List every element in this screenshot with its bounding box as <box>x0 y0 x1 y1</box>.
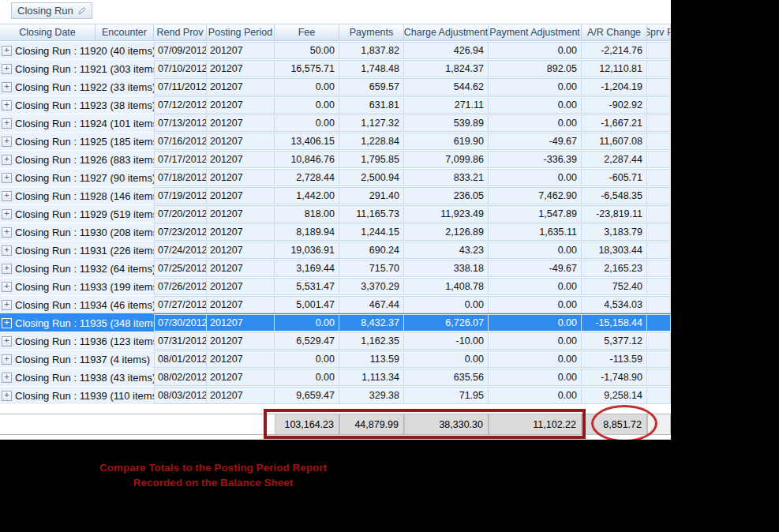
table-row[interactable]: +Closing Run : 11939 (110 items)08/03/20… <box>0 386 671 404</box>
cell-payments[interactable]: 3,370.29 <box>339 278 404 295</box>
cell-charge-adjustment[interactable]: 2,126.89 <box>404 223 489 241</box>
cell-posting-period[interactable]: 201207 <box>207 169 275 186</box>
cell-sprv[interactable] <box>647 151 671 168</box>
column-header-fee[interactable]: Fee <box>275 24 339 40</box>
cell-charge-adjustment[interactable]: 1,824.37 <box>404 60 489 77</box>
cell-ar-change[interactable]: 18,303.44 <box>582 242 647 259</box>
cell-fee[interactable]: 5,001.47 <box>275 296 339 313</box>
cell-payments[interactable]: 2,500.94 <box>339 169 404 186</box>
cell-fee[interactable]: 0.00 <box>275 78 339 96</box>
cell-posting-period[interactable]: 201207 <box>207 133 275 150</box>
expand-plus-icon[interactable]: + <box>2 173 12 183</box>
tree-cell[interactable]: +Closing Run : 11930 (208 items) <box>0 223 154 241</box>
tree-cell[interactable]: +Closing Run : 11928 (146 items) <box>0 187 154 204</box>
cell-ar-change[interactable]: 2,287.44 <box>582 151 647 168</box>
cell-payments[interactable]: 1,244.15 <box>339 223 404 241</box>
cell-payment-adjustment[interactable]: 1,547.89 <box>489 205 582 223</box>
cell-charge-adjustment[interactable]: 11,923.49 <box>404 205 489 223</box>
cell-ar-change[interactable]: 9,258.14 <box>582 387 647 404</box>
table-row[interactable]: +Closing Run : 11932 (64 items)07/25/201… <box>0 259 671 277</box>
expand-plus-icon[interactable]: + <box>2 282 12 292</box>
cell-ar-change[interactable]: 11,607.08 <box>582 133 647 150</box>
cell-ar-change[interactable]: 4,534.03 <box>582 296 647 313</box>
cell-payment-adjustment[interactable]: 0.00 <box>489 169 582 186</box>
tree-cell[interactable]: +Closing Run : 11935 (348 items) <box>0 314 154 332</box>
cell-sprv[interactable] <box>647 278 671 295</box>
cell-ar-change[interactable]: -1,748.90 <box>582 369 647 386</box>
cell-payment-adjustment[interactable]: 0.00 <box>489 296 582 313</box>
table-row[interactable]: +Closing Run : 11928 (146 items)07/19/20… <box>0 186 671 204</box>
tab-closing-run[interactable]: Closing Run <box>11 2 92 19</box>
cell-posting-period[interactable]: 201207 <box>207 242 275 259</box>
cell-rend-prov[interactable]: 08/03/2012 <box>154 387 207 404</box>
table-row[interactable]: +Closing Run : 11931 (226 items)07/24/20… <box>0 241 671 259</box>
cell-posting-period[interactable]: 201207 <box>207 114 275 132</box>
cell-ar-change[interactable]: -113.59 <box>582 350 647 368</box>
cell-sprv[interactable] <box>647 133 671 150</box>
column-header-a-r-change[interactable]: A/R Change <box>582 24 647 40</box>
cell-payments[interactable]: 113.59 <box>339 350 404 368</box>
expand-plus-icon[interactable]: + <box>2 118 12 129</box>
cell-sprv[interactable] <box>647 60 671 77</box>
tree-cell[interactable]: +Closing Run : 11931 (226 items) <box>0 242 154 259</box>
tree-cell[interactable]: +Closing Run : 11925 (185 items) <box>0 133 154 150</box>
cell-posting-period[interactable]: 201207 <box>207 223 275 241</box>
tree-cell[interactable]: +Closing Run : 11923 (38 items) <box>0 96 154 114</box>
cell-ar-change[interactable]: -6,548.35 <box>582 187 647 204</box>
tree-cell[interactable]: +Closing Run : 11922 (33 items) <box>0 78 154 96</box>
cell-fee[interactable]: 1,442.00 <box>275 187 339 204</box>
cell-rend-prov[interactable]: 07/23/2012 <box>154 223 207 241</box>
cell-charge-adjustment[interactable]: 271.11 <box>404 96 489 114</box>
cell-charge-adjustment[interactable]: 7,099.86 <box>404 151 489 168</box>
cell-sprv[interactable] <box>647 314 671 332</box>
cell-rend-prov[interactable]: 07/16/2012 <box>154 133 207 150</box>
cell-payment-adjustment[interactable]: 0.00 <box>489 242 582 259</box>
table-row[interactable]: +Closing Run : 11922 (33 items)07/11/201… <box>0 77 671 96</box>
cell-fee[interactable]: 8,189.94 <box>275 223 339 241</box>
cell-fee[interactable]: 50.00 <box>275 42 339 59</box>
cell-charge-adjustment[interactable]: 0.00 <box>404 296 489 313</box>
cell-ar-change[interactable]: 3,183.79 <box>582 223 647 241</box>
table-row[interactable]: +Closing Run : 11925 (185 items)07/16/20… <box>0 132 671 150</box>
cell-sprv[interactable] <box>647 350 671 368</box>
cell-ar-change[interactable]: -605.71 <box>582 169 647 186</box>
cell-payments[interactable]: 291.40 <box>339 187 404 204</box>
cell-fee[interactable]: 19,036.91 <box>275 242 339 259</box>
expand-plus-icon[interactable]: + <box>2 373 12 383</box>
cell-payment-adjustment[interactable]: -336.39 <box>489 151 582 168</box>
tree-cell[interactable]: +Closing Run : 11937 (4 items) <box>0 350 154 368</box>
cell-posting-period[interactable]: 201207 <box>207 205 275 223</box>
tree-cell[interactable]: +Closing Run : 11924 (101 items) <box>0 114 154 132</box>
cell-rend-prov[interactable]: 07/24/2012 <box>154 242 207 259</box>
column-header-sprv-p[interactable]: Sprv P <box>647 24 671 40</box>
cell-fee[interactable]: 13,406.15 <box>275 133 339 150</box>
expand-plus-icon[interactable]: + <box>2 137 12 147</box>
column-header-payments[interactable]: Payments <box>339 24 404 40</box>
cell-payment-adjustment[interactable]: 0.00 <box>489 78 582 96</box>
cell-posting-period[interactable]: 201207 <box>207 96 275 114</box>
cell-charge-adjustment[interactable]: 833.21 <box>404 169 489 186</box>
cell-ar-change[interactable]: -23,819.11 <box>582 205 647 223</box>
table-row[interactable]: +Closing Run : 11920 (40 items)07/09/201… <box>0 41 671 59</box>
expand-plus-icon[interactable]: + <box>2 191 12 201</box>
cell-rend-prov[interactable]: 07/10/2012 <box>154 60 207 77</box>
cell-fee[interactable]: 2,728.44 <box>275 169 339 186</box>
cell-posting-period[interactable]: 201207 <box>207 60 275 77</box>
table-row[interactable]: +Closing Run : 11926 (883 items)07/17/20… <box>0 150 671 168</box>
cell-charge-adjustment[interactable]: 619.90 <box>404 133 489 150</box>
cell-posting-period[interactable]: 201207 <box>207 314 275 332</box>
tree-cell[interactable]: +Closing Run : 11926 (883 items) <box>0 151 154 168</box>
expand-plus-icon[interactable]: + <box>2 100 12 111</box>
cell-payment-adjustment[interactable]: -49.67 <box>489 133 582 150</box>
cell-rend-prov[interactable]: 07/20/2012 <box>154 205 207 223</box>
cell-sprv[interactable] <box>647 96 671 114</box>
cell-posting-period[interactable]: 201207 <box>207 296 275 313</box>
column-header-closing-date[interactable]: Closing Date <box>0 24 96 40</box>
cell-payments[interactable]: 631.81 <box>339 96 404 114</box>
cell-ar-change[interactable]: -15,158.44 <box>582 314 647 332</box>
cell-fee[interactable]: 0.00 <box>275 114 339 132</box>
cell-posting-period[interactable]: 201207 <box>207 387 275 404</box>
tree-cell[interactable]: +Closing Run : 11921 (303 items) <box>0 60 154 77</box>
table-row[interactable]: +Closing Run : 11929 (519 items)07/20/20… <box>0 204 671 223</box>
table-row[interactable]: +Closing Run : 11924 (101 items)07/13/20… <box>0 114 671 132</box>
